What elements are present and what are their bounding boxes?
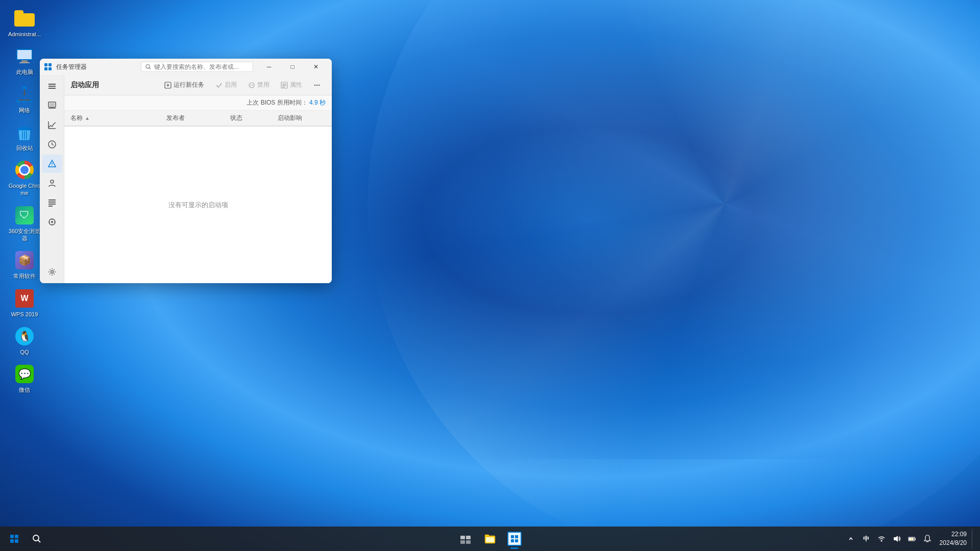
network-tray-icon[interactable] [874, 532, 889, 546]
taskbar: 中 [0, 527, 980, 551]
desktop-icon-wps[interactable]: W WPS 2019 [5, 285, 44, 321]
svg-rect-60 [10, 535, 14, 538]
more-icon [313, 82, 321, 89]
run-task-label: 运行新任务 [174, 81, 204, 89]
svg-rect-72 [486, 537, 494, 542]
google-chrome-icon [14, 160, 35, 180]
svg-rect-19 [44, 67, 47, 70]
desktop-icon-network[interactable]: 网络 [5, 81, 44, 117]
window-search-bar[interactable] [141, 62, 253, 72]
properties-label: 属性 [290, 81, 302, 89]
svg-rect-80 [915, 538, 916, 540]
tray-overflow-button[interactable] [844, 532, 858, 546]
task-manager-window: 任务管理器 ─ □ ✕ [40, 59, 332, 283]
enable-label: 启用 [225, 81, 237, 89]
column-status[interactable]: 状态 [230, 114, 278, 122]
desktop-icon-qq[interactable]: 🐧 QQ [5, 323, 44, 359]
sidebar-item-history[interactable] [42, 135, 62, 154]
taskbar-task-view[interactable] [454, 528, 477, 550]
desktop-icon-common-software[interactable]: 📦 常用软件 [5, 247, 44, 283]
svg-point-35 [52, 165, 53, 166]
taskbar-search-icon [32, 534, 41, 543]
desktop-icon-label-network: 网络 [19, 107, 30, 114]
svg-point-47 [51, 271, 53, 273]
search-input[interactable] [154, 63, 249, 70]
svg-line-22 [149, 68, 151, 69]
taskbar-center-apps [454, 528, 526, 550]
desktop-icon-wechat[interactable]: 💬 微信 [5, 361, 44, 396]
more-button[interactable] [308, 80, 326, 91]
taskbar-left [4, 529, 47, 549]
svg-rect-17 [44, 63, 47, 66]
settings-icon [47, 267, 57, 277]
svg-point-21 [146, 64, 150, 68]
taskbar-taskmanager-icon [507, 532, 522, 546]
svg-rect-76 [515, 539, 518, 542]
sidebar-item-settings[interactable] [42, 263, 62, 281]
svg-point-59 [318, 84, 320, 85]
volume-tray-icon[interactable] [890, 532, 904, 546]
disable-button[interactable]: 禁用 [243, 79, 275, 91]
svg-rect-61 [15, 535, 18, 538]
svg-rect-37 [48, 199, 56, 201]
details-icon [47, 198, 57, 207]
maximize-button[interactable]: □ [281, 59, 304, 75]
desktop-icon-label-this-pc: 此电脑 [16, 68, 33, 76]
desktop-icon-recycle-bin[interactable]: 回收站 [5, 119, 44, 155]
wechat-icon: 💬 [14, 364, 35, 384]
taskbar-clock[interactable]: 22:09 2024/8/20 [938, 529, 969, 548]
svg-rect-3 [19, 62, 30, 63]
task-view-icon [460, 533, 471, 544]
run-task-button[interactable]: 运行新任务 [159, 79, 209, 91]
common-software-icon: 📦 [14, 250, 35, 270]
show-desktop-button[interactable] [972, 529, 976, 549]
sidebar-item-details[interactable] [42, 193, 62, 212]
input-method-button[interactable]: 中 [859, 532, 873, 546]
desktop-icon-label-360-browser: 360安全浏览器 [7, 228, 42, 242]
sidebar-item-performance[interactable] [42, 116, 62, 134]
properties-button[interactable]: 属性 [276, 79, 307, 91]
close-button[interactable]: ✕ [304, 59, 328, 75]
sidebar-item-services[interactable] [42, 213, 62, 231]
sidebar-item-users[interactable] [42, 174, 62, 192]
svg-rect-73 [511, 535, 514, 538]
svg-marker-78 [894, 536, 898, 542]
column-impact[interactable]: 启动影响 [278, 114, 326, 122]
taskbar-task-manager[interactable] [503, 528, 526, 550]
desktop-icon-label-qq: QQ [20, 348, 29, 356]
minimize-button[interactable]: ─ [257, 59, 281, 75]
svg-point-36 [51, 180, 54, 183]
svg-point-57 [314, 84, 315, 85]
task-manager-toolbar: 启动应用 运行新任务 启用 [64, 75, 332, 95]
column-name[interactable]: 名称 ▲ [70, 114, 166, 122]
clock-time: 22:09 [940, 530, 967, 539]
sidebar-item-menu[interactable] [42, 77, 62, 95]
360-browser-icon: 🛡 [14, 205, 35, 226]
desktop-icon-administrator[interactable]: Administrat... [5, 5, 44, 41]
svg-rect-38 [48, 202, 56, 203]
start-button[interactable] [4, 529, 24, 549]
menu-icon [47, 82, 57, 91]
task-manager-main-content: 启动应用 运行新任务 启用 [64, 75, 332, 283]
network-status-icon [877, 535, 886, 543]
taskbar-search-button[interactable] [27, 529, 47, 549]
sort-arrow-icon: ▲ [85, 115, 90, 121]
sidebar-item-processes[interactable] [42, 96, 62, 115]
svg-text:⚡: ⚡ [910, 538, 914, 541]
battery-tray-icon[interactable]: ⚡ [905, 532, 919, 546]
window-title: 任务管理器 [56, 63, 137, 71]
taskbar-file-explorer[interactable] [479, 528, 501, 550]
desktop-icon-google-chrome[interactable]: Google Chrome [5, 157, 44, 200]
desktop-icon-this-pc[interactable]: 此电脑 [5, 43, 44, 79]
empty-message: 没有可显示的启动项 [168, 201, 228, 210]
start-icon [10, 534, 19, 543]
column-publisher[interactable]: 发布者 [166, 114, 230, 122]
svg-rect-4 [22, 86, 27, 89]
notification-button[interactable] [920, 532, 935, 546]
svg-rect-29 [50, 103, 55, 106]
enable-button[interactable]: 启用 [210, 79, 242, 91]
desktop-icon-360-browser[interactable]: 🛡 360安全浏览器 [5, 202, 44, 245]
input-method-label: 中 [863, 535, 869, 543]
svg-point-11 [23, 93, 26, 95]
sidebar-item-startup[interactable] [42, 155, 62, 173]
